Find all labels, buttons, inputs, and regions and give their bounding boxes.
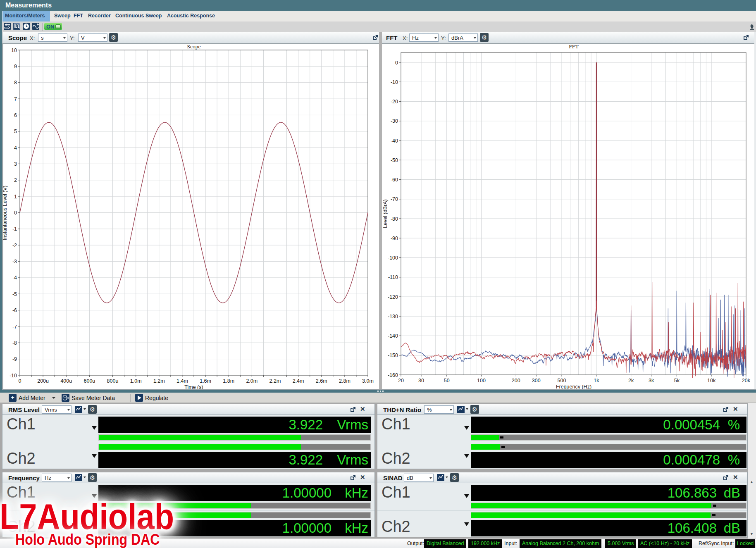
svg-text:Time (s): Time (s)	[184, 384, 203, 389]
svg-text:5: 5	[14, 129, 17, 134]
svg-text:2.2m: 2.2m	[269, 378, 281, 384]
svg-text:-80: -80	[391, 216, 398, 222]
svg-text:-3: -3	[12, 259, 17, 264]
svg-text:1k: 1k	[594, 378, 599, 384]
svg-text:Level (dBrA): Level (dBrA)	[382, 199, 388, 228]
svg-text:1.0m: 1.0m	[130, 378, 142, 384]
svg-text:-40: -40	[391, 138, 398, 144]
svg-text:-9: -9	[12, 356, 17, 362]
svg-text:6: 6	[14, 112, 17, 118]
svg-text:3.0m: 3.0m	[362, 378, 374, 384]
svg-text:8: 8	[14, 80, 17, 86]
svg-text:5k: 5k	[674, 378, 680, 384]
svg-text:1: 1	[14, 194, 17, 200]
svg-text:-20: -20	[391, 99, 398, 105]
svg-text:-60: -60	[391, 177, 398, 183]
svg-text:4: 4	[14, 145, 17, 151]
svg-text:Instantaneous Level (V): Instantaneous Level (V)	[2, 186, 8, 240]
svg-text:2.8m: 2.8m	[339, 378, 351, 384]
svg-text:500: 500	[558, 378, 566, 384]
svg-text:2.4m: 2.4m	[293, 378, 304, 384]
svg-text:-7: -7	[12, 324, 17, 330]
svg-text:800u: 800u	[107, 378, 119, 384]
svg-text:2: 2	[14, 177, 17, 183]
svg-text:1.2m: 1.2m	[153, 378, 165, 384]
svg-text:1.8m: 1.8m	[223, 378, 234, 384]
svg-text:200u: 200u	[37, 378, 49, 384]
svg-text:-8: -8	[12, 340, 17, 346]
svg-text:-160: -160	[388, 372, 398, 378]
svg-text:2k: 2k	[628, 378, 634, 384]
svg-text:1.4m: 1.4m	[176, 378, 188, 384]
svg-text:-10: -10	[10, 373, 17, 379]
svg-text:9: 9	[14, 64, 17, 69]
svg-text:-5: -5	[12, 291, 17, 297]
svg-text:3: 3	[14, 161, 17, 167]
svg-text:0: 0	[395, 60, 398, 66]
svg-text:7: 7	[14, 96, 17, 102]
svg-text:30: 30	[418, 378, 424, 384]
svg-text:FFT: FFT	[569, 43, 579, 50]
svg-text:-110: -110	[388, 274, 398, 280]
svg-text:400u: 400u	[60, 378, 72, 384]
svg-text:-50: -50	[391, 157, 398, 163]
svg-text:200: 200	[512, 378, 520, 384]
svg-text:20: 20	[398, 378, 404, 384]
svg-text:0: 0	[19, 378, 21, 384]
svg-text:300: 300	[532, 378, 541, 384]
svg-text:0: 0	[14, 210, 17, 216]
svg-text:50: 50	[444, 378, 450, 384]
svg-text:-90: -90	[391, 236, 398, 241]
svg-text:Scope: Scope	[187, 43, 201, 50]
svg-text:-70: -70	[391, 196, 398, 202]
svg-text:Frequency (Hz): Frequency (Hz)	[556, 384, 591, 389]
svg-text:-10: -10	[391, 79, 398, 85]
svg-text:2.0m: 2.0m	[246, 378, 258, 384]
svg-text:10k: 10k	[707, 378, 716, 384]
svg-text:-4: -4	[12, 275, 17, 281]
svg-text:-130: -130	[388, 314, 398, 319]
svg-text:10: 10	[11, 48, 17, 53]
svg-text:1.6m: 1.6m	[200, 378, 211, 384]
svg-text:3k: 3k	[649, 378, 654, 384]
svg-text:20k: 20k	[742, 378, 751, 384]
svg-text:-140: -140	[388, 333, 398, 339]
svg-text:100: 100	[477, 378, 486, 384]
svg-text:-1: -1	[12, 226, 17, 232]
svg-text:-100: -100	[388, 255, 398, 261]
svg-text:2.6m: 2.6m	[316, 378, 327, 384]
svg-text:-120: -120	[388, 294, 398, 300]
svg-text:-6: -6	[12, 307, 17, 313]
svg-text:-30: -30	[391, 118, 398, 124]
svg-text:600u: 600u	[83, 378, 95, 384]
svg-text:-2: -2	[12, 243, 17, 248]
svg-text:-150: -150	[388, 353, 398, 358]
